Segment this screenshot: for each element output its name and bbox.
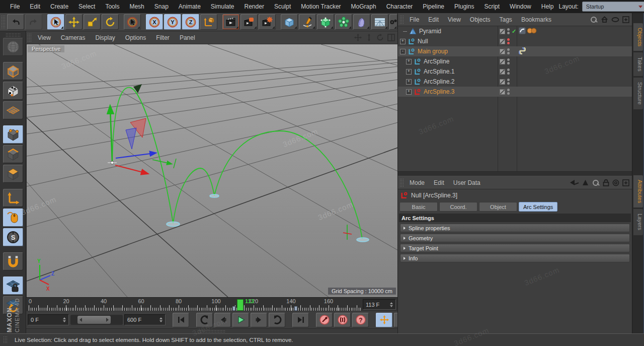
object-label[interactable]: Null [418, 38, 428, 45]
polygons-mode-button[interactable] [3, 165, 23, 183]
om-grip[interactable] [399, 15, 404, 24]
history-up-icon[interactable] [582, 179, 589, 186]
previous-frame-button[interactable] [214, 313, 231, 327]
render-visibility-dot[interactable] [507, 42, 510, 44]
floor-environment-button[interactable] [371, 14, 388, 30]
menu-item[interactable]: Window [505, 3, 536, 10]
attr-menu-item[interactable]: User Data [449, 179, 485, 186]
lock-x-axis-button[interactable]: X [146, 14, 163, 30]
playhead[interactable] [237, 299, 244, 311]
object-row[interactable]: + ArcSpline.2 [398, 77, 632, 87]
end-frame-spinner[interactable] [159, 317, 163, 322]
object-row[interactable]: + Null [398, 36, 632, 46]
layout-dropdown[interactable]: Startup [582, 2, 644, 12]
menu-item[interactable]: Select [73, 3, 100, 10]
menu-item[interactable]: Simulate [206, 3, 239, 10]
group-spline-properties[interactable]: Spline properties [400, 224, 630, 232]
layer-swatch[interactable] [500, 49, 505, 54]
om-menu-item[interactable]: Edit [424, 16, 443, 23]
layer-swatch[interactable] [500, 69, 505, 75]
viewport-grip[interactable] [27, 33, 32, 42]
tab-attributes[interactable]: Attributes [633, 175, 643, 207]
render-picture-viewer-button[interactable] [240, 14, 258, 30]
add-panel-icon[interactable] [622, 179, 629, 186]
render-visibility-dot[interactable] [507, 62, 510, 64]
keyframe-marker[interactable] [294, 306, 297, 311]
om-menu-item[interactable]: Bookmarks [517, 16, 556, 23]
render-settings-button[interactable] [259, 14, 276, 30]
editor-visibility-dot[interactable] [507, 89, 510, 91]
previous-key-button[interactable] [196, 313, 213, 327]
toolbar-grip[interactable] [1, 15, 5, 29]
expand-icon[interactable]: + [400, 39, 406, 44]
mograph-cloner-button[interactable] [335, 14, 352, 30]
collapse-icon[interactable]: - [400, 49, 406, 54]
menu-item[interactable]: Script [479, 3, 505, 10]
menu-item[interactable]: Sculpt [269, 3, 296, 10]
om-search-icon[interactable] [590, 16, 598, 24]
visibility-toggles[interactable]: ✓ [500, 26, 516, 36]
filter-eye-icon[interactable] [611, 17, 619, 23]
rotate-view-icon[interactable] [375, 33, 384, 42]
render-visibility-dot[interactable] [507, 32, 510, 34]
editor-visibility-dot[interactable] [507, 28, 510, 31]
camera-button[interactable] [389, 14, 397, 30]
scale-tool-button[interactable] [84, 14, 101, 30]
menu-item[interactable]: Pipeline [418, 3, 449, 10]
end-frame-field[interactable]: 600 F [124, 314, 166, 325]
deformer-button[interactable] [353, 14, 370, 30]
tab-structure[interactable]: Structure [633, 78, 643, 109]
menu-item[interactable]: MoGraph [346, 3, 381, 10]
render-view-button[interactable] [222, 14, 239, 30]
object-label[interactable]: ArcSpline [424, 58, 449, 65]
menu-item[interactable]: Edit [25, 3, 45, 10]
tab-coord[interactable]: Coord. [439, 202, 477, 212]
menu-item[interactable]: File [5, 3, 25, 10]
menu-item[interactable]: Plugins [449, 3, 479, 10]
viewport-menu-item[interactable]: Filter [151, 34, 175, 41]
layer-swatch[interactable] [500, 59, 505, 64]
editor-visibility-dot[interactable] [507, 58, 510, 61]
viewport-menu-item[interactable]: Cameras [56, 34, 91, 41]
rotate-tool-button[interactable] [102, 14, 119, 30]
lock-icon[interactable] [603, 179, 609, 186]
add-panel-icon[interactable] [622, 16, 629, 23]
redo-button[interactable] [25, 14, 42, 30]
layer-swatch[interactable] [500, 29, 505, 34]
menu-item[interactable]: Mesh [124, 3, 149, 10]
texture-mode-button[interactable] [3, 82, 23, 100]
next-key-button[interactable] [269, 313, 285, 327]
tab-arc-settings[interactable]: Arc Settings [519, 202, 557, 212]
render-visibility-dot[interactable] [507, 52, 510, 54]
object-row-selected[interactable]: - Main group [398, 46, 632, 56]
points-mode-button[interactable] [3, 125, 23, 144]
timeline-resize-strip[interactable] [26, 328, 397, 333]
goto-start-button[interactable] [173, 313, 189, 327]
key-position-toggle[interactable] [376, 313, 392, 327]
workplane-mode-button[interactable] [3, 101, 23, 119]
attr-grip[interactable] [399, 178, 404, 187]
move-tool-button[interactable] [65, 14, 83, 30]
lock-z-axis-button[interactable]: Z [182, 14, 199, 30]
layer-swatch[interactable] [500, 89, 505, 95]
render-visibility-dot[interactable] [507, 72, 510, 75]
timeline-scrollbar-handle[interactable] [77, 316, 111, 324]
soft-selection-button[interactable] [3, 209, 23, 227]
object-row[interactable]: + ArcSpline [398, 56, 632, 66]
editor-visibility-dot[interactable] [507, 48, 510, 51]
viewport-menu-item[interactable]: Display [90, 34, 120, 41]
target-icon[interactable] [612, 179, 619, 186]
editor-visibility-dot[interactable] [507, 79, 510, 81]
toggle-view-icon[interactable] [386, 33, 395, 42]
object-row-selected[interactable]: + ArcSpline.3 [398, 87, 632, 97]
object-label[interactable]: Main group [418, 48, 448, 55]
snap-settings-button[interactable]: S [3, 228, 23, 246]
menu-item[interactable]: Render [239, 3, 269, 10]
panel-divider[interactable] [398, 171, 632, 176]
tab-object[interactable]: Object [479, 202, 517, 212]
object-row[interactable]: Pyramid ✓ [398, 26, 632, 36]
enable-axis-button[interactable] [3, 189, 23, 207]
enabled-check-icon[interactable]: ✓ [512, 28, 516, 35]
group-target-point[interactable]: Target Point [400, 244, 630, 252]
statusbar-grip[interactable] [3, 336, 8, 344]
